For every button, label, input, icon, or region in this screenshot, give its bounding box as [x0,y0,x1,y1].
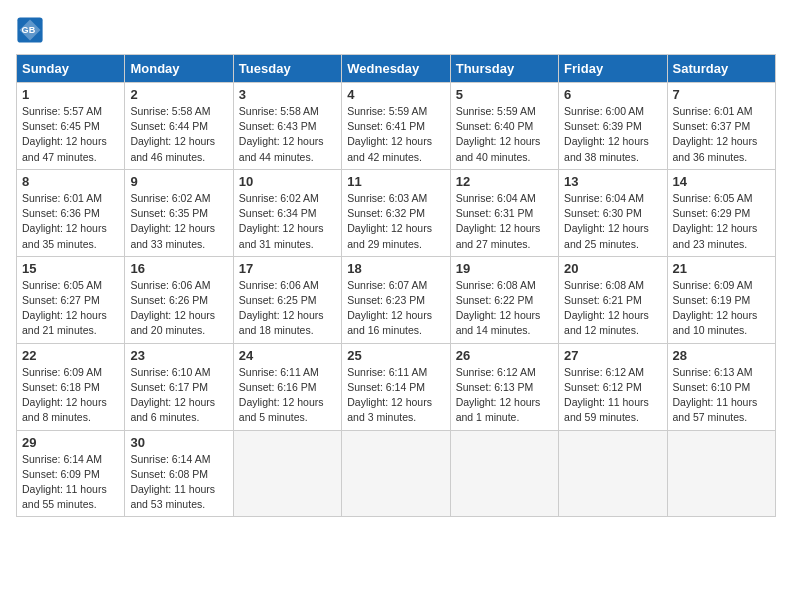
calendar-cell: 26 Sunrise: 6:12 AM Sunset: 6:13 PM Dayl… [450,343,558,430]
calendar-cell: 4 Sunrise: 5:59 AM Sunset: 6:41 PM Dayli… [342,83,450,170]
day-number: 23 [130,348,227,363]
calendar-cell: 9 Sunrise: 6:02 AM Sunset: 6:35 PM Dayli… [125,169,233,256]
sunset-text: Sunset: 6:34 PM [239,207,317,219]
daylight-text: Daylight: 12 hours and 8 minutes. [22,396,107,423]
daylight-text: Daylight: 12 hours and 27 minutes. [456,222,541,249]
day-detail: Sunrise: 6:05 AM Sunset: 6:27 PM Dayligh… [22,278,119,339]
sunrise-text: Sunrise: 6:02 AM [239,192,319,204]
sunrise-text: Sunrise: 6:14 AM [22,453,102,465]
calendar-cell [450,430,558,517]
calendar-cell: 10 Sunrise: 6:02 AM Sunset: 6:34 PM Dayl… [233,169,341,256]
daylight-text: Daylight: 12 hours and 36 minutes. [673,135,758,162]
sunrise-text: Sunrise: 6:04 AM [456,192,536,204]
day-number: 24 [239,348,336,363]
calendar-cell: 2 Sunrise: 5:58 AM Sunset: 6:44 PM Dayli… [125,83,233,170]
day-detail: Sunrise: 6:09 AM Sunset: 6:18 PM Dayligh… [22,365,119,426]
sunrise-text: Sunrise: 5:59 AM [347,105,427,117]
day-number: 2 [130,87,227,102]
day-number: 14 [673,174,770,189]
sunset-text: Sunset: 6:13 PM [456,381,534,393]
sunset-text: Sunset: 6:40 PM [456,120,534,132]
sunrise-text: Sunrise: 5:58 AM [239,105,319,117]
daylight-text: Daylight: 11 hours and 59 minutes. [564,396,649,423]
calendar-cell: 28 Sunrise: 6:13 AM Sunset: 6:10 PM Dayl… [667,343,775,430]
calendar-cell: 16 Sunrise: 6:06 AM Sunset: 6:26 PM Dayl… [125,256,233,343]
sunrise-text: Sunrise: 6:01 AM [673,105,753,117]
week-row-1: 1 Sunrise: 5:57 AM Sunset: 6:45 PM Dayli… [17,83,776,170]
sunset-text: Sunset: 6:27 PM [22,294,100,306]
sunrise-text: Sunrise: 6:08 AM [456,279,536,291]
daylight-text: Daylight: 12 hours and 18 minutes. [239,309,324,336]
calendar-cell: 18 Sunrise: 6:07 AM Sunset: 6:23 PM Dayl… [342,256,450,343]
calendar-cell: 25 Sunrise: 6:11 AM Sunset: 6:14 PM Dayl… [342,343,450,430]
day-number: 27 [564,348,661,363]
day-number: 25 [347,348,444,363]
sunrise-text: Sunrise: 6:07 AM [347,279,427,291]
sunset-text: Sunset: 6:22 PM [456,294,534,306]
day-number: 8 [22,174,119,189]
day-detail: Sunrise: 6:03 AM Sunset: 6:32 PM Dayligh… [347,191,444,252]
week-row-5: 29 Sunrise: 6:14 AM Sunset: 6:09 PM Dayl… [17,430,776,517]
calendar-cell: 20 Sunrise: 6:08 AM Sunset: 6:21 PM Dayl… [559,256,667,343]
daylight-text: Daylight: 12 hours and 29 minutes. [347,222,432,249]
day-detail: Sunrise: 6:02 AM Sunset: 6:34 PM Dayligh… [239,191,336,252]
calendar-cell [559,430,667,517]
calendar-cell: 14 Sunrise: 6:05 AM Sunset: 6:29 PM Dayl… [667,169,775,256]
sunrise-text: Sunrise: 6:06 AM [130,279,210,291]
calendar-cell: 3 Sunrise: 5:58 AM Sunset: 6:43 PM Dayli… [233,83,341,170]
sunrise-text: Sunrise: 6:05 AM [673,192,753,204]
col-thursday: Thursday [450,55,558,83]
daylight-text: Daylight: 12 hours and 42 minutes. [347,135,432,162]
sunrise-text: Sunrise: 6:14 AM [130,453,210,465]
sunrise-text: Sunrise: 5:57 AM [22,105,102,117]
day-detail: Sunrise: 6:14 AM Sunset: 6:08 PM Dayligh… [130,452,227,513]
sunrise-text: Sunrise: 6:11 AM [347,366,427,378]
col-sunday: Sunday [17,55,125,83]
calendar-cell: 27 Sunrise: 6:12 AM Sunset: 6:12 PM Dayl… [559,343,667,430]
sunrise-text: Sunrise: 5:59 AM [456,105,536,117]
calendar-cell: 12 Sunrise: 6:04 AM Sunset: 6:31 PM Dayl… [450,169,558,256]
day-number: 28 [673,348,770,363]
sunset-text: Sunset: 6:25 PM [239,294,317,306]
col-saturday: Saturday [667,55,775,83]
page-header: GB [16,16,776,44]
day-detail: Sunrise: 6:12 AM Sunset: 6:12 PM Dayligh… [564,365,661,426]
calendar-cell [342,430,450,517]
day-detail: Sunrise: 6:04 AM Sunset: 6:30 PM Dayligh… [564,191,661,252]
day-number: 4 [347,87,444,102]
day-number: 3 [239,87,336,102]
sunset-text: Sunset: 6:36 PM [22,207,100,219]
sunrise-text: Sunrise: 6:02 AM [130,192,210,204]
sunrise-text: Sunrise: 6:10 AM [130,366,210,378]
sunset-text: Sunset: 6:43 PM [239,120,317,132]
sunrise-text: Sunrise: 6:09 AM [22,366,102,378]
daylight-text: Daylight: 12 hours and 5 minutes. [239,396,324,423]
daylight-text: Daylight: 11 hours and 57 minutes. [673,396,758,423]
calendar-cell: 21 Sunrise: 6:09 AM Sunset: 6:19 PM Dayl… [667,256,775,343]
col-wednesday: Wednesday [342,55,450,83]
week-row-4: 22 Sunrise: 6:09 AM Sunset: 6:18 PM Dayl… [17,343,776,430]
sunset-text: Sunset: 6:39 PM [564,120,642,132]
sunset-text: Sunset: 6:23 PM [347,294,425,306]
sunrise-text: Sunrise: 5:58 AM [130,105,210,117]
day-number: 20 [564,261,661,276]
daylight-text: Daylight: 12 hours and 44 minutes. [239,135,324,162]
logo: GB [16,16,48,44]
calendar-cell: 13 Sunrise: 6:04 AM Sunset: 6:30 PM Dayl… [559,169,667,256]
daylight-text: Daylight: 12 hours and 38 minutes. [564,135,649,162]
daylight-text: Daylight: 12 hours and 33 minutes. [130,222,215,249]
day-detail: Sunrise: 6:08 AM Sunset: 6:21 PM Dayligh… [564,278,661,339]
sunrise-text: Sunrise: 6:06 AM [239,279,319,291]
day-detail: Sunrise: 6:01 AM Sunset: 6:37 PM Dayligh… [673,104,770,165]
calendar-cell [667,430,775,517]
calendar-cell: 7 Sunrise: 6:01 AM Sunset: 6:37 PM Dayli… [667,83,775,170]
daylight-text: Daylight: 12 hours and 3 minutes. [347,396,432,423]
sunrise-text: Sunrise: 6:11 AM [239,366,319,378]
daylight-text: Daylight: 12 hours and 6 minutes. [130,396,215,423]
calendar-cell: 8 Sunrise: 6:01 AM Sunset: 6:36 PM Dayli… [17,169,125,256]
day-detail: Sunrise: 6:09 AM Sunset: 6:19 PM Dayligh… [673,278,770,339]
sunset-text: Sunset: 6:29 PM [673,207,751,219]
calendar-cell: 15 Sunrise: 6:05 AM Sunset: 6:27 PM Dayl… [17,256,125,343]
daylight-text: Daylight: 12 hours and 14 minutes. [456,309,541,336]
sunset-text: Sunset: 6:35 PM [130,207,208,219]
